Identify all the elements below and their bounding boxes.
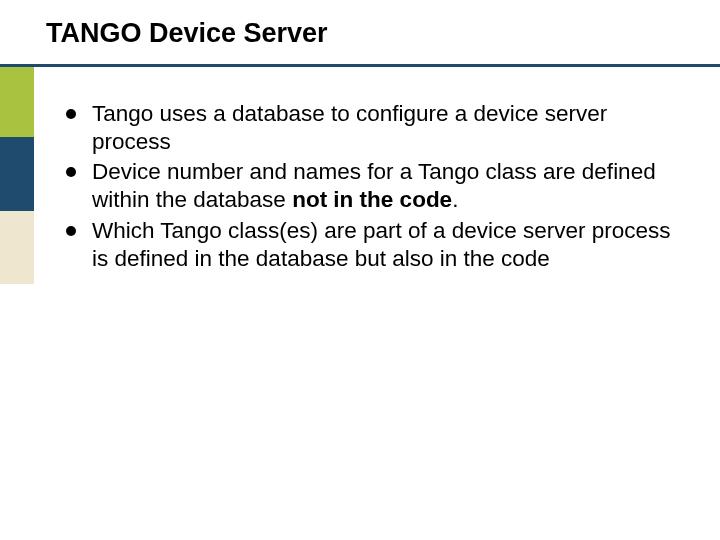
slide-title: TANGO Device Server [46, 18, 328, 49]
bullet-text: . [452, 187, 458, 212]
list-item: Which Tango class(es) are part of a devi… [60, 217, 690, 273]
accent-segment-green [0, 64, 34, 137]
accent-segment-tan [0, 211, 34, 284]
bullet-text: Tango uses a database to configure a dev… [92, 101, 607, 154]
list-item: Device number and names for a Tango clas… [60, 158, 690, 214]
accent-left-bar [0, 64, 34, 284]
bullet-text: Which Tango class(es) are part of a devi… [92, 218, 671, 271]
title-rule [34, 64, 720, 67]
list-item: Tango uses a database to configure a dev… [60, 100, 690, 156]
title-rule [0, 64, 34, 67]
slide-body: Tango uses a database to configure a dev… [60, 100, 690, 275]
accent-segment-dark [0, 137, 34, 210]
bullet-text-bold: not in the code [292, 187, 452, 212]
bullet-list: Tango uses a database to configure a dev… [60, 100, 690, 273]
